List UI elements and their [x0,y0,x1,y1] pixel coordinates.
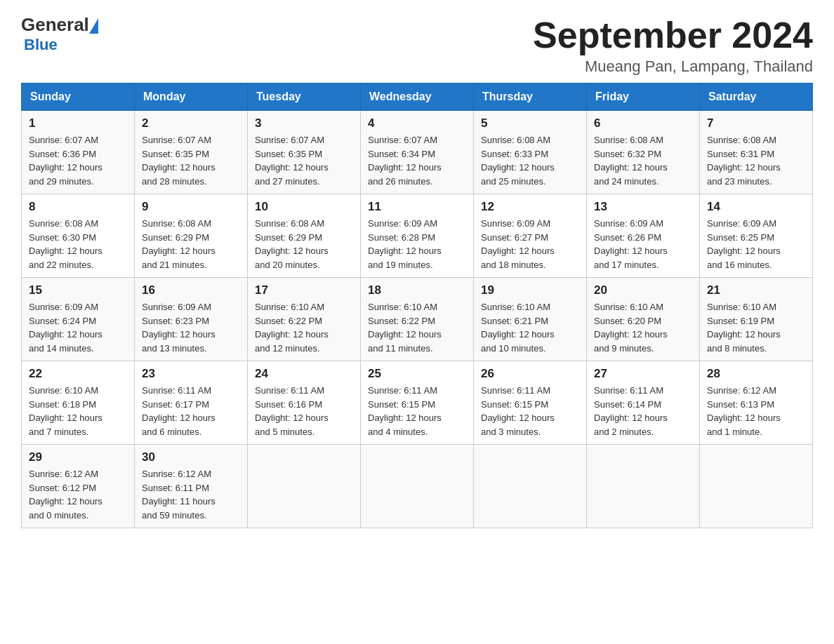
day-number: 12 [481,200,579,214]
column-header-monday: Monday [135,83,248,111]
day-info: Sunrise: 6:11 AMSunset: 6:14 PMDaylight:… [594,384,692,438]
day-number: 27 [594,367,692,381]
calendar-week-row: 22Sunrise: 6:10 AMSunset: 6:18 PMDayligh… [22,361,813,445]
title-area: September 2024 Mueang Pan, Lampang, Thai… [533,14,813,76]
calendar-cell [700,445,813,528]
calendar-cell: 22Sunrise: 6:10 AMSunset: 6:18 PMDayligh… [22,361,135,445]
day-number: 15 [29,283,127,297]
calendar-cell: 6Sunrise: 6:08 AMSunset: 6:32 PMDaylight… [587,111,700,194]
day-number: 6 [594,116,692,130]
logo-area: General Blue [21,14,98,54]
day-number: 29 [29,450,127,464]
day-info: Sunrise: 6:10 AMSunset: 6:22 PMDaylight:… [255,300,353,355]
day-info: Sunrise: 6:11 AMSunset: 6:16 PMDaylight:… [255,384,353,438]
day-number: 21 [707,283,805,297]
day-number: 16 [142,283,240,297]
day-number: 10 [255,200,353,214]
calendar-cell: 18Sunrise: 6:10 AMSunset: 6:22 PMDayligh… [361,278,474,361]
calendar-cell: 20Sunrise: 6:10 AMSunset: 6:20 PMDayligh… [587,278,700,361]
column-header-wednesday: Wednesday [361,83,474,111]
day-number: 22 [29,367,127,381]
day-number: 11 [368,200,466,214]
day-info: Sunrise: 6:08 AMSunset: 6:29 PMDaylight:… [142,217,240,271]
calendar-cell: 3Sunrise: 6:07 AMSunset: 6:35 PMDaylight… [248,111,361,194]
calendar-cell: 8Sunrise: 6:08 AMSunset: 6:30 PMDaylight… [22,194,135,278]
calendar-week-row: 15Sunrise: 6:09 AMSunset: 6:24 PMDayligh… [22,278,813,361]
calendar-week-row: 29Sunrise: 6:12 AMSunset: 6:12 PMDayligh… [22,445,813,528]
logo-blue-text: Blue [24,36,58,53]
day-info: Sunrise: 6:12 AMSunset: 6:11 PMDaylight:… [142,467,240,522]
calendar-week-row: 8Sunrise: 6:08 AMSunset: 6:30 PMDaylight… [22,194,813,278]
calendar-cell: 17Sunrise: 6:10 AMSunset: 6:22 PMDayligh… [248,278,361,361]
day-number: 7 [707,116,805,130]
day-number: 8 [29,200,127,214]
day-info: Sunrise: 6:12 AMSunset: 6:13 PMDaylight:… [707,384,805,438]
calendar-cell: 27Sunrise: 6:11 AMSunset: 6:14 PMDayligh… [587,361,700,445]
calendar-cell: 11Sunrise: 6:09 AMSunset: 6:28 PMDayligh… [361,194,474,278]
calendar-cell: 9Sunrise: 6:08 AMSunset: 6:29 PMDaylight… [135,194,248,278]
page-header: General Blue September 2024 Mueang Pan, … [21,14,813,76]
day-number: 1 [29,116,127,130]
logo-arrow-icon [89,18,98,32]
day-number: 24 [255,367,353,381]
day-number: 25 [368,367,466,381]
calendar-cell: 10Sunrise: 6:08 AMSunset: 6:29 PMDayligh… [248,194,361,278]
column-header-friday: Friday [587,83,700,111]
day-info: Sunrise: 6:08 AMSunset: 6:29 PMDaylight:… [255,217,353,271]
calendar-cell: 26Sunrise: 6:11 AMSunset: 6:15 PMDayligh… [474,361,587,445]
day-number: 26 [481,367,579,381]
day-number: 9 [142,200,240,214]
calendar-cell [474,445,587,528]
calendar-cell: 23Sunrise: 6:11 AMSunset: 6:17 PMDayligh… [135,361,248,445]
calendar-cell: 15Sunrise: 6:09 AMSunset: 6:24 PMDayligh… [22,278,135,361]
day-info: Sunrise: 6:08 AMSunset: 6:33 PMDaylight:… [481,133,579,188]
day-number: 14 [707,200,805,214]
day-number: 2 [142,116,240,130]
day-info: Sunrise: 6:10 AMSunset: 6:18 PMDaylight:… [29,384,127,438]
calendar-cell: 7Sunrise: 6:08 AMSunset: 6:31 PMDaylight… [700,111,813,194]
calendar-cell: 12Sunrise: 6:09 AMSunset: 6:27 PMDayligh… [474,194,587,278]
day-info: Sunrise: 6:12 AMSunset: 6:12 PMDaylight:… [29,467,127,522]
calendar-cell: 28Sunrise: 6:12 AMSunset: 6:13 PMDayligh… [700,361,813,445]
calendar-cell: 29Sunrise: 6:12 AMSunset: 6:12 PMDayligh… [22,445,135,528]
day-number: 17 [255,283,353,297]
day-number: 23 [142,367,240,381]
day-number: 5 [481,116,579,130]
calendar-cell: 30Sunrise: 6:12 AMSunset: 6:11 PMDayligh… [135,445,248,528]
calendar-cell: 13Sunrise: 6:09 AMSunset: 6:26 PMDayligh… [587,194,700,278]
day-info: Sunrise: 6:09 AMSunset: 6:25 PMDaylight:… [707,217,805,271]
calendar-cell: 19Sunrise: 6:10 AMSunset: 6:21 PMDayligh… [474,278,587,361]
calendar-cell: 2Sunrise: 6:07 AMSunset: 6:35 PMDaylight… [135,111,248,194]
calendar-cell: 4Sunrise: 6:07 AMSunset: 6:34 PMDaylight… [361,111,474,194]
logo-chevron-icon [89,18,98,34]
calendar-cell: 1Sunrise: 6:07 AMSunset: 6:36 PMDaylight… [22,111,135,194]
calendar-cell: 16Sunrise: 6:09 AMSunset: 6:23 PMDayligh… [135,278,248,361]
day-info: Sunrise: 6:09 AMSunset: 6:23 PMDaylight:… [142,300,240,355]
calendar-cell [248,445,361,528]
calendar-cell [587,445,700,528]
day-info: Sunrise: 6:09 AMSunset: 6:28 PMDaylight:… [368,217,466,271]
day-number: 30 [142,450,240,464]
day-number: 13 [594,200,692,214]
calendar-table: SundayMondayTuesdayWednesdayThursdayFrid… [21,83,813,528]
column-header-thursday: Thursday [474,83,587,111]
logo-general-text: General [21,14,89,36]
calendar-week-row: 1Sunrise: 6:07 AMSunset: 6:36 PMDaylight… [22,111,813,194]
calendar-cell: 14Sunrise: 6:09 AMSunset: 6:25 PMDayligh… [700,194,813,278]
day-info: Sunrise: 6:09 AMSunset: 6:26 PMDaylight:… [594,217,692,271]
day-info: Sunrise: 6:09 AMSunset: 6:27 PMDaylight:… [481,217,579,271]
day-info: Sunrise: 6:11 AMSunset: 6:17 PMDaylight:… [142,384,240,438]
day-number: 28 [707,367,805,381]
day-info: Sunrise: 6:07 AMSunset: 6:36 PMDaylight:… [29,133,127,188]
location-subtitle: Mueang Pan, Lampang, Thailand [533,58,813,76]
day-info: Sunrise: 6:10 AMSunset: 6:20 PMDaylight:… [594,300,692,355]
day-info: Sunrise: 6:10 AMSunset: 6:22 PMDaylight:… [368,300,466,355]
day-info: Sunrise: 6:08 AMSunset: 6:31 PMDaylight:… [707,133,805,188]
day-info: Sunrise: 6:07 AMSunset: 6:34 PMDaylight:… [368,133,466,188]
day-number: 18 [368,283,466,297]
day-number: 3 [255,116,353,130]
calendar-cell: 24Sunrise: 6:11 AMSunset: 6:16 PMDayligh… [248,361,361,445]
day-info: Sunrise: 6:08 AMSunset: 6:30 PMDaylight:… [29,217,127,271]
day-info: Sunrise: 6:11 AMSunset: 6:15 PMDaylight:… [368,384,466,438]
day-number: 19 [481,283,579,297]
